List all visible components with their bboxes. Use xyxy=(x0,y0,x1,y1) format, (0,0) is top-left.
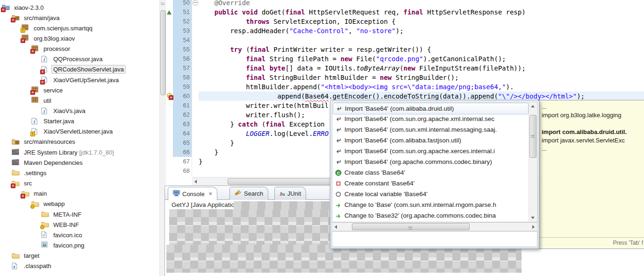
scroll-down-icon[interactable] xyxy=(531,217,535,219)
quickfix-item-import-base64-com-sun-xml-i[interactable]: Import 'Base64' (com.sun.xml.internal.me… xyxy=(333,124,529,135)
sidebar-item-favicon-png[interactable]: favicon.png xyxy=(41,240,86,250)
quickfix-item-create-constant-base64[interactable]: Create constant 'Base64' xyxy=(333,178,529,189)
code-line-50[interactable]: @Override xyxy=(199,0,644,7)
sidebar-item-util[interactable]: util xyxy=(31,95,53,106)
sidebar-item-processor[interactable]: ×processor xyxy=(31,44,72,54)
code-line-57[interactable]: final byte[] data = IOUtils.toByteArray(… xyxy=(199,64,644,73)
package-icon: ! xyxy=(21,24,29,32)
scrollbar-thumb[interactable] xyxy=(530,115,537,158)
quickfix-list[interactable]: Import 'Base64' (com.alibaba.druid.util)… xyxy=(332,102,537,222)
sidebar-item-label: WEB-INF xyxy=(51,220,81,229)
preview-line: ... xyxy=(542,103,547,110)
line-number[interactable]: 66 xyxy=(173,148,192,157)
sidebar-item-xiaovservletlistener-java[interactable]: J!XiaoVServletListener.java xyxy=(31,127,114,137)
quickfix-item-change-to-base32-org-apache[interactable]: Change to 'Base32' (org.apache.commons.c… xyxy=(333,210,529,221)
sidebar-item-src-main-java[interactable]: ×src/main/java xyxy=(12,13,62,23)
sidebar-item-label: processor xyxy=(42,44,72,53)
scroll-left-icon[interactable] xyxy=(194,180,197,184)
line-number[interactable]: 51 xyxy=(173,7,192,17)
line-number[interactable]: 58 xyxy=(173,73,192,82)
scroll-up-icon[interactable] xyxy=(531,105,535,107)
line-number[interactable]: 53 xyxy=(173,26,192,35)
quickfix-item-import-base64-org-apache-co[interactable]: Import 'Base64' (org.apache.commons.code… xyxy=(333,156,529,167)
folder-icon: × xyxy=(12,180,20,187)
code-line-59[interactable]: htmlBuilder.append("<html><body><img src… xyxy=(199,82,644,92)
create-class-icon: C xyxy=(335,170,342,176)
line-number[interactable]: 62 xyxy=(173,110,192,120)
line-number[interactable]: 60 xyxy=(173,92,192,101)
quickfix-item-create-local-variable-base64[interactable]: Create local variable 'Base64' xyxy=(333,189,529,199)
code-line-58[interactable]: final StringBuilder htmlBuilder = new St… xyxy=(199,73,644,82)
line-number[interactable]: 68 xyxy=(173,166,192,176)
sidebar-item-meta-inf[interactable]: META-INF xyxy=(41,209,83,219)
sidebar-item-webapp[interactable]: webapp xyxy=(31,199,67,209)
code-line-51[interactable]: public void doGet(final HttpServletReque… xyxy=(199,7,644,17)
sidebar-item-label: XiaoVServletListener.java xyxy=(42,127,114,136)
sidebar-item-xiaovgetupservlet-java[interactable]: J×XiaoVGetUpServlet.java xyxy=(41,75,121,85)
code-line-54[interactable] xyxy=(199,35,644,45)
sidebar-item-org-b3log-xiaov[interactable]: ×org.b3log.xiaov xyxy=(21,33,77,43)
line-number[interactable]: 59 xyxy=(173,82,192,92)
sidebar-item-service[interactable]: ×service xyxy=(31,85,64,95)
sidebar-item-maven-dependencies[interactable]: Maven Dependencies xyxy=(12,157,85,168)
line-number[interactable]: 57 xyxy=(173,64,192,73)
sidebar-item-web-inf[interactable]: WEB-INF xyxy=(41,219,81,230)
sidebar-item-xiaov-2-3-0[interactable]: ×xiaov-2.3.0 xyxy=(2,2,46,13)
line-number[interactable]: 65 xyxy=(173,138,192,148)
line-number[interactable]: 52 xyxy=(173,17,192,26)
quickfix-item-create-class-base64[interactable]: CCreate class 'Base64' xyxy=(333,167,529,178)
code-line-53[interactable]: resp.addHeader("Cache-Control", "no-stor… xyxy=(199,26,644,35)
close-icon[interactable]: × xyxy=(209,191,212,197)
code-line-55[interactable]: try (final PrintWriter writer = resp.get… xyxy=(199,45,644,54)
quickfix-item-import-base64-com-sun-org-a[interactable]: Import 'Base64' (com.sun.org.apache.xml.… xyxy=(333,113,529,124)
import-icon xyxy=(335,137,342,144)
quickfix-proposal-popup[interactable]: Import 'Base64' (com.alibaba.druid.util)… xyxy=(330,100,539,249)
sidebar-item-xiaovs-java[interactable]: JXiaoVs.java xyxy=(41,106,87,116)
line-number[interactable]: 61 xyxy=(173,101,192,110)
sidebar-item-src-main-resources[interactable]: src/main/resources xyxy=(12,137,77,147)
quickfix-item-import-base64-com-alibaba-d[interactable]: Import 'Base64' (com.alibaba.druid.util) xyxy=(333,103,529,114)
line-number[interactable]: 56 xyxy=(173,54,192,64)
line-number[interactable]: 64 xyxy=(173,129,192,138)
scrollbar-thumb[interactable] xyxy=(160,10,166,95)
sidebar-item-com-scienjus-smartqq[interactable]: !com.scienjus.smartqq xyxy=(21,23,94,33)
quickfix-item-import-base64-com-alibaba-f[interactable]: Import 'Base64' (com.alibaba.fastjson.ut… xyxy=(333,135,529,146)
error-badge-icon: × xyxy=(40,80,45,85)
quickfix-item-import-base64-com-sun-org-a[interactable]: Import 'Base64' (com.sun.org.apache.xerc… xyxy=(333,146,529,156)
quickfix-lightbulb-error-icon[interactable]: × xyxy=(166,93,173,99)
splitter-grip-icon[interactable] xyxy=(161,2,165,7)
sidebar-item-favicon-ico[interactable]: favicon.ico xyxy=(41,230,84,240)
sidebar-item-starter-java[interactable]: JStarter.java xyxy=(31,116,76,127)
line-number[interactable]: 67 xyxy=(173,157,192,166)
sidebar-item-settings[interactable]: .settings xyxy=(12,168,48,178)
junit-icon: Ju xyxy=(279,191,285,197)
tab-console[interactable]: Console × xyxy=(168,187,217,200)
quickfix-horizontal-scrollbar[interactable] xyxy=(332,222,537,231)
scrollbar-thumb[interactable] xyxy=(352,223,470,230)
sidebar-item-main[interactable]: ×main xyxy=(21,189,49,199)
scroll-right-icon[interactable] xyxy=(532,225,535,229)
tab-search[interactable]: Search xyxy=(229,187,268,200)
line-number[interactable]: 50 xyxy=(173,0,192,7)
scroll-left-icon[interactable] xyxy=(335,225,337,229)
editor-folding-column[interactable] xyxy=(192,0,199,176)
line-number[interactable]: 54 xyxy=(173,35,192,45)
fold-collapse-icon[interactable] xyxy=(193,0,198,6)
code-line-52[interactable]: throws ServletException, IOException { xyxy=(199,17,644,26)
sidebar-item-jre-system-library[interactable]: JRE System Library [jdk1.7.0_80] xyxy=(12,147,116,157)
sidebar-item-classpath[interactable]: x.classpath xyxy=(12,261,53,271)
line-number[interactable]: 55 xyxy=(173,45,192,54)
tab-junit[interactable]: Ju JUnit xyxy=(274,187,306,200)
preview-line: ... xyxy=(542,145,547,152)
sidebar-item-src[interactable]: ×src xyxy=(12,178,34,189)
quickfix-item-change-to-base-com-sun-xml[interactable]: Change to 'Base' (com.sun.xml.internal.r… xyxy=(333,199,529,210)
quickfix-vertical-scrollbar[interactable] xyxy=(529,103,537,221)
quickfix-item-label: Import 'Base64' (com.sun.xml.internal.me… xyxy=(344,126,497,133)
line-number[interactable]: 63 xyxy=(173,120,192,129)
editor-line-number-ruler[interactable]: 50515253545556575859606162636465666768 xyxy=(173,0,192,176)
sidebar-item-qrcodeshowservlet-java[interactable]: J×QRCodeShowServlet.java xyxy=(41,64,126,75)
sidebar-item-qqprocessor-java[interactable]: JQQProcessor.java xyxy=(41,54,105,64)
code-line-56[interactable]: final String filePath = new File("qrcode… xyxy=(199,54,644,64)
sidebar-item-target[interactable]: target xyxy=(12,251,41,261)
code-line-60[interactable]: append(Base64.getEncoder().encodeToStrin… xyxy=(199,92,644,101)
